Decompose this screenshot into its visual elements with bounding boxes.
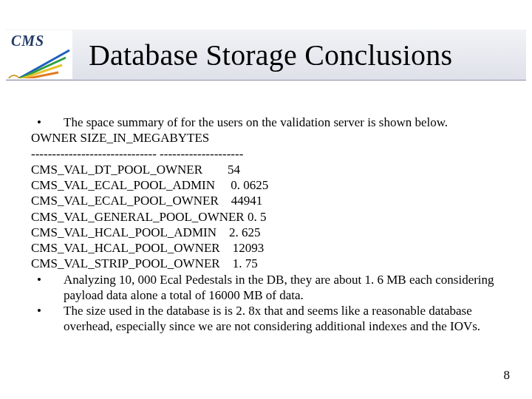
page-number: 8: [504, 368, 511, 383]
slide-body: •The space summary of for the users on t…: [31, 115, 504, 335]
svg-point-0: [8, 75, 20, 79]
table-row: CMS_VAL_GENERAL_POOL_OWNER 0. 5: [31, 209, 504, 225]
cms-logo-burst-icon: [6, 44, 72, 79]
table-row: CMS_VAL_ECAL_POOL_OWNER 44941: [31, 193, 504, 208]
table-row: CMS_VAL_HCAL_POOL_ADMIN 2. 625: [31, 225, 504, 240]
table-row: CMS_VAL_STRIP_POOL_OWNER 1. 75: [31, 256, 504, 271]
table-row: CMS_VAL_HCAL_POOL_OWNER 12093: [31, 240, 504, 256]
slide: CMS Database Storage Conclusions •The sp…: [0, 0, 532, 399]
table-row: CMS_VAL_ECAL_POOL_ADMIN 0. 0625: [31, 177, 504, 193]
bullet-3-text: The size used in the database is is 2. 8…: [64, 304, 480, 333]
bullet-1: •The space summary of for the users on t…: [31, 115, 504, 130]
bullet-2-text: Analyzing 10, 000 Ecal Pedestals in the …: [64, 273, 494, 302]
title-bar: CMS Database Storage Conclusions: [6, 30, 526, 81]
table-separator: ------------------------------ ---------…: [31, 146, 504, 162]
table-row: CMS_VAL_DT_POOL_OWNER 54: [31, 162, 504, 177]
slide-title: Database Storage Conclusions: [89, 38, 452, 72]
cms-logo: CMS: [6, 30, 72, 79]
table-header: OWNER SIZE_IN_MEGABYTES: [31, 130, 504, 146]
bullet-2: •Analyzing 10, 000 Ecal Pedestals in the…: [31, 272, 504, 304]
bullet-3: •The size used in the database is is 2. …: [31, 303, 504, 335]
bullet-1-text: The space summary of for the users on th…: [64, 115, 448, 129]
